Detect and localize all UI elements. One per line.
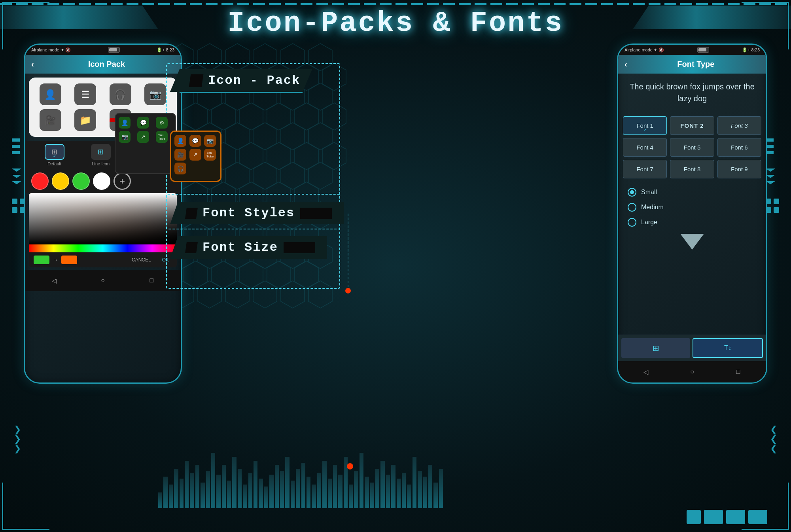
nav-recents-right[interactable]: □	[732, 366, 744, 378]
eq-bar	[169, 485, 173, 508]
page-title: Icon-Packs & Fonts	[227, 7, 564, 40]
eq-bar	[291, 481, 295, 508]
red-dot	[347, 463, 353, 470]
font-1-check: ✓	[643, 127, 647, 133]
radio-outer-medium	[628, 203, 636, 212]
color-red[interactable]	[31, 172, 49, 190]
eq-bar	[380, 461, 384, 508]
right-side-deco	[766, 138, 779, 213]
font-cell-6[interactable]: Font 6	[717, 138, 761, 157]
eq-bar	[418, 471, 422, 508]
font-styles-label: Font Styles	[202, 206, 295, 220]
eq-bar	[333, 465, 337, 508]
font-cell-4[interactable]: Font 4	[623, 138, 667, 157]
color-hue-slider[interactable]	[29, 244, 177, 252]
color-picker-bottom: → CANCEL OK	[29, 252, 177, 267]
overlay-iconpack-1: 👤 💬 ⚙ 📷 ↗ YouTube	[115, 113, 176, 174]
eq-bar	[407, 485, 411, 508]
contacts-icon: 👤	[40, 83, 61, 105]
right-arrow-2: ❮	[770, 435, 777, 443]
eq-bar	[201, 483, 204, 508]
font-9-label: Font 9	[731, 166, 748, 172]
size-medium[interactable]: Medium	[628, 203, 757, 212]
right-phone-nav: ◁ ○ □	[618, 361, 766, 382]
font-grid: Font 1 ✓ FONT 2 Font 3 Font 4 Font 5 Fon…	[618, 112, 766, 183]
nav-back-left[interactable]: ◁	[48, 275, 60, 286]
mini-icon-o-share: ↗	[189, 149, 201, 161]
eq-bar	[211, 453, 215, 508]
font-cell-5[interactable]: Font 5	[670, 138, 714, 157]
icon-cell-messages[interactable]: ☰	[70, 83, 101, 105]
mini-icon-o-camera: 📷	[204, 135, 216, 147]
font-size-accent	[185, 242, 198, 253]
font-4-label: Font 4	[636, 144, 653, 151]
eq-bar	[391, 465, 395, 508]
nav-recents-left[interactable]: □	[146, 275, 157, 286]
eq-bar	[354, 471, 358, 508]
eq-bar	[254, 461, 257, 508]
left-status-left: Airplane mode ✈ 🔇	[31, 47, 71, 53]
font-cell-3[interactable]: Font 3	[717, 116, 761, 135]
eq-bar	[301, 463, 305, 508]
cancel-button[interactable]: CANCEL	[129, 256, 154, 264]
icon-cell-contacts[interactable]: 👤	[35, 83, 66, 105]
eq-bar	[195, 465, 199, 508]
color-yellow[interactable]	[52, 172, 69, 190]
back-button-right[interactable]: ‹	[624, 60, 627, 69]
arrow-2: ❯	[14, 435, 21, 443]
size-small[interactable]: Small	[628, 188, 757, 197]
icon-cell-folder[interactable]: 📁	[70, 109, 101, 131]
eq-bar	[259, 479, 263, 508]
size-large[interactable]: Large	[628, 218, 757, 227]
eq-bar	[248, 473, 252, 508]
eq-bar	[222, 465, 226, 508]
bottom-tool-grid[interactable]: ⊞	[621, 338, 690, 358]
icon-type-line[interactable]: ⊞ Line Icon	[91, 144, 111, 166]
font-cell-1[interactable]: Font 1 ✓	[623, 116, 667, 135]
bottom-dot-1	[687, 510, 701, 524]
label-icon-accent	[189, 74, 203, 87]
font-5-label: Font 5	[684, 144, 701, 151]
eq-bar	[439, 469, 443, 508]
mini-icon-youtube: YouTube	[156, 131, 168, 143]
corner-tl	[2, 2, 49, 49]
eq-bar	[397, 479, 401, 508]
line-icon-box: ⊞	[91, 144, 111, 160]
color-spectrum[interactable]	[29, 193, 177, 244]
left-phone-header: ‹ Icon Pack	[25, 55, 181, 74]
color-from	[34, 256, 49, 264]
mini-icon-o-youtube: YouTube	[204, 149, 216, 161]
font-size-radio-group: Small Medium Large	[618, 183, 766, 231]
label-iconpack-container: Icon - Pack	[170, 69, 312, 92]
nav-back-right[interactable]: ◁	[640, 366, 652, 378]
font-preview-text: The quick brown fox jumps over the lazy …	[618, 74, 766, 112]
icon-cell-headphones[interactable]: 🎧	[105, 83, 136, 105]
font-cell-9[interactable]: Font 9	[717, 160, 761, 178]
font-cell-7[interactable]: Font 7	[623, 160, 667, 178]
size-small-label: Small	[641, 189, 657, 196]
left-phone-nav: ◁ ○ □	[25, 270, 181, 291]
font-cell-8[interactable]: Font 8	[670, 160, 714, 178]
bottom-tool-font[interactable]: T↕	[693, 338, 763, 358]
right-arrow-3: ❮	[770, 444, 777, 453]
font-cell-2[interactable]: FONT 2	[670, 116, 714, 135]
back-button-left[interactable]: ‹	[31, 60, 34, 69]
headphones-icon: 🎧	[110, 83, 131, 105]
line-icon-label: Line Icon	[92, 161, 110, 166]
icon-type-default[interactable]: ⊞ ✓ Default	[45, 144, 64, 166]
icon-cell-video[interactable]: 🎥	[35, 109, 66, 131]
color-green[interactable]	[72, 172, 90, 190]
label-iconpack: Icon - Pack	[170, 69, 312, 92]
color-picker-buttons: CANCEL OK	[129, 256, 172, 264]
color-add-button[interactable]: +	[114, 172, 131, 190]
video-icon: 🎥	[40, 109, 61, 131]
overlay-iconpack-2: 👤 💬 📷 🎥 ↗ YouTube 🎧	[170, 131, 221, 182]
nav-home-right[interactable]: ○	[686, 366, 698, 378]
eq-bar	[296, 469, 300, 508]
color-white[interactable]	[93, 172, 110, 190]
nav-home-left[interactable]: ○	[97, 275, 109, 286]
eq-bar	[360, 453, 363, 508]
right-status-right: 🔋+ 8:23	[742, 47, 760, 53]
eq-bar	[185, 461, 189, 508]
triangle-indicator	[618, 231, 766, 252]
